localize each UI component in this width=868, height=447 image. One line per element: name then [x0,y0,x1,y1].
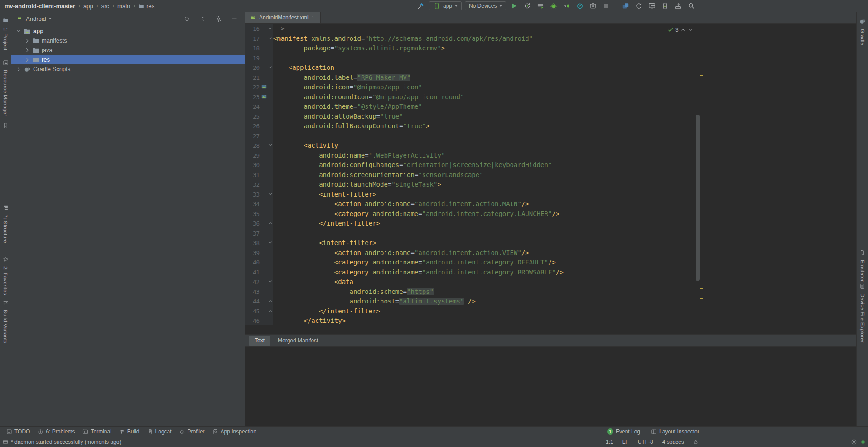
layout-inspector-button[interactable]: Layout Inspector [651,428,699,435]
apply-changes-button[interactable] [522,1,532,11]
chevron-right-icon[interactable] [24,57,30,62]
caret-position[interactable]: 1:1 [606,439,613,445]
tool-stripe-button-device-file-explorer[interactable]: Device File Explorer [857,283,868,343]
run-config-select[interactable]: app [429,1,462,10]
daemon-status-dot-icon[interactable] [860,439,866,445]
editor-scrollbar[interactable] [696,115,700,281]
code-line[interactable]: 19 [245,53,703,63]
lock-icon[interactable] [693,439,699,445]
code-line[interactable]: 35 <category android:name="android.inten… [245,209,703,219]
code-line[interactable]: 16--> [245,24,703,34]
code-line[interactable]: 20 <application [245,63,703,73]
tool-button-todo[interactable]: TODO [6,428,30,435]
tool-stripe-button-build-variants[interactable]: Build Variants [0,299,11,343]
tree-item-app[interactable]: app [11,26,245,36]
breadcrumb-item-app[interactable]: app [83,3,93,10]
fold-down-icon[interactable] [268,190,273,200]
feedback-smiley-icon[interactable] [851,439,857,445]
locate-file-button[interactable] [182,14,192,24]
collapse-all-button[interactable] [198,14,207,24]
code-line[interactable]: 30 android:configChanges="orientation|sc… [245,160,703,170]
project-structure-button[interactable] [621,1,631,11]
tool-button-terminal[interactable]: Terminal [82,428,111,435]
tool-stripe-button-2-favorites[interactable]: 2: Favorites [0,256,11,295]
avd-manager-button[interactable] [660,1,670,11]
fold-down-icon[interactable] [268,63,273,73]
build-hammer-button[interactable] [416,1,426,11]
code-line[interactable]: 40 <category android:name="android.inten… [245,258,703,268]
code-line[interactable]: 18 package="systems.altimit.rpgmakermv"> [245,43,703,53]
chevron-right-icon[interactable] [24,48,30,53]
tree-item-java[interactable]: java [11,45,245,55]
fold-up-icon[interactable] [268,24,273,34]
close-icon[interactable] [311,15,316,20]
view-tab-text[interactable]: Text [249,336,270,346]
tool-stripe-button-7-structure[interactable]: 7: Structure [0,204,11,243]
code-line[interactable]: 37 [245,229,703,239]
event-log-button[interactable]: 1 Event Log [607,428,640,435]
tool-button-6-problems[interactable]: 6: Problems [38,428,75,435]
prev-issue-icon[interactable] [680,27,686,33]
code-line[interactable]: 41 <category android:name="android.inten… [245,268,703,278]
code-line[interactable]: 38 <intent-filter> [245,238,703,248]
drawable-preview-icon[interactable] [261,92,267,102]
warning-stripe-mark[interactable] [700,298,703,299]
fold-down-icon[interactable] [268,238,273,248]
code-line[interactable]: 39 <action android:name="android.intent.… [245,248,703,258]
fold-up-icon[interactable] [268,307,273,317]
code-line[interactable]: 25 android:allowBackup="true" [245,112,703,122]
apply-code-changes-button[interactable] [535,1,545,11]
code-line[interactable]: 45 </intent-filter> [245,307,703,317]
tool-button-app-inspection[interactable]: App Inspection [212,428,256,435]
breadcrumb-item-res[interactable]: res [138,3,154,10]
code-line[interactable]: 27 [245,131,703,141]
warning-stripe-mark[interactable] [700,288,703,289]
inspection-widget[interactable]: 3 [667,27,693,33]
code-line[interactable]: 36 </intent-filter> [245,219,703,229]
drawable-preview-icon[interactable] [261,82,267,92]
code-line[interactable]: 42 <data [245,277,703,287]
attach-debugger-button[interactable] [562,1,572,11]
sdk-manager-button[interactable] [673,1,683,11]
code-line[interactable]: 32 android:launchMode="singleTask"> [245,180,703,190]
stop-button[interactable] [601,1,611,11]
code-line[interactable]: 31 android:screenOrientation="sensorLand… [245,170,703,180]
indent-setting[interactable]: 4 spaces [662,439,684,445]
tree-item-gradle-scripts[interactable]: Gradle Scripts [11,64,245,74]
code-line[interactable]: 26 android:fullBackupContent="true"> [245,121,703,131]
tool-button-build[interactable]: Build [119,428,140,435]
run-button[interactable] [509,1,519,11]
editor-tab-androidmanifest[interactable]: AndroidManifest.xml [245,12,321,23]
tree-item-manifests[interactable]: manifests [11,36,245,45]
code-line[interactable]: 23 android:roundIcon="@mipmap/app_icon_r… [245,92,703,102]
breadcrumb-item-src[interactable]: src [101,3,109,10]
code-area[interactable]: 16-->17<manifest xmlns:android="http://s… [245,24,703,325]
chevron-down-icon[interactable] [16,29,21,34]
code-line[interactable]: 28 <activity [245,141,703,151]
code-line[interactable]: 29 android:name=".WebPlayerActivity" [245,151,703,161]
breadcrumb-item-main[interactable]: main [117,3,130,10]
code-line[interactable]: 43 android:scheme="https" [245,287,703,297]
next-issue-icon[interactable] [688,27,693,33]
fold-down-icon[interactable] [268,141,273,151]
background-tasks-icon[interactable] [3,439,8,446]
fold-up-icon[interactable] [268,297,273,307]
breadcrumb-item-mv-android-client-master[interactable]: mv-android-client-master [5,3,75,10]
tool-stripe-button-bookmark[interactable] [0,122,11,130]
fold-up-icon[interactable] [268,219,273,229]
search-everywhere-button[interactable] [686,1,696,11]
fold-down-icon[interactable] [268,34,273,44]
code-line[interactable]: 46 </activity> [245,316,703,325]
profiler-button[interactable] [575,1,585,11]
gear-icon[interactable] [213,14,223,24]
layout-inspector-toolbar-button[interactable] [647,1,657,11]
code-line[interactable]: 21 android:label="RPG Maker MV" [245,73,703,83]
tool-stripe-button-emulator[interactable]: Emulator [857,250,868,282]
line-separator[interactable]: LF [622,439,629,445]
gradle-sync-button[interactable] [634,1,644,11]
code-line[interactable]: 17<manifest xmlns:android="http://schema… [245,34,703,44]
code-line[interactable]: 34 <action android:name="android.intent.… [245,199,703,209]
chevron-right-icon[interactable] [16,67,21,72]
tool-stripe-button-1-project[interactable]: 1: Project [0,17,11,51]
capture-button[interactable] [588,1,598,11]
